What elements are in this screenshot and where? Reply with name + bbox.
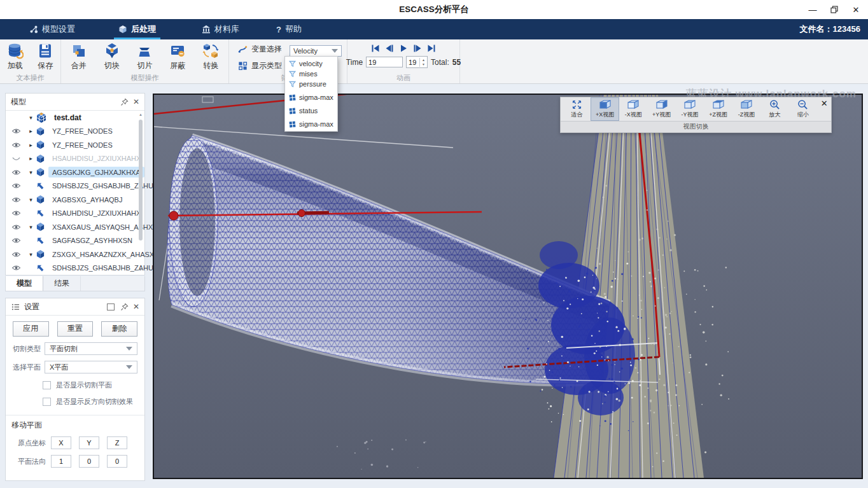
tree-item-label: YZ_FREE_NODES [48, 126, 116, 137]
tab-results[interactable]: 结果 [43, 276, 81, 291]
tree-scrollbar[interactable]: ▲ ▼ [138, 112, 143, 272]
tree-row[interactable]: ▸ YZ_FREE_NODES [6, 125, 144, 139]
expander-icon[interactable]: ▾ [27, 224, 35, 230]
fit-view-button[interactable]: 适合 [563, 97, 591, 121]
view-minus-z-button[interactable]: -Z视图 [732, 97, 760, 121]
pin-icon[interactable] [120, 97, 129, 107]
zoom-in-button[interactable]: 放大 [760, 97, 788, 121]
visibility-eye-icon[interactable] [11, 224, 22, 230]
visibility-eye-icon[interactable] [11, 251, 22, 258]
dropdown-option-status[interactable]: status [285, 106, 337, 116]
mask-button[interactable]: 屏蔽 [162, 43, 193, 71]
play-button[interactable] [399, 44, 409, 53]
tree-row[interactable]: ▸ HSAUHDISU_JZXIUXHAHX [6, 152, 144, 166]
show-cut-plane-checkbox[interactable] [43, 381, 51, 389]
frame-spinner[interactable]: 19 ▲▼ [406, 56, 428, 68]
menu-help[interactable]: ? 帮助 [267, 19, 311, 39]
scroll-up-icon[interactable]: ▲ [138, 112, 143, 117]
tree-root-row[interactable]: ▾ test.dat [6, 111, 144, 125]
pin-icon[interactable] [120, 302, 129, 312]
delete-button[interactable]: 删除 [101, 321, 137, 337]
time-input[interactable] [366, 57, 403, 67]
origin-z-input[interactable] [107, 436, 127, 449]
convert-button[interactable]: 转换 [195, 43, 226, 71]
panel-close-icon[interactable]: ✕ [133, 97, 139, 106]
view-plus-x-button[interactable]: +X视图 [591, 97, 619, 121]
expander-icon[interactable]: ▾ [27, 115, 35, 121]
normal-x-input[interactable] [51, 455, 71, 468]
variable-select-button[interactable]: 变量选择 [238, 44, 282, 55]
view-minus-x-button[interactable]: -X视图 [619, 97, 647, 121]
view-plus-z-button[interactable]: +Z视图 [704, 97, 732, 121]
apply-button[interactable]: 应用 [13, 321, 49, 337]
dropdown-option-perssure[interactable]: perssure [285, 79, 337, 89]
visibility-eye-icon[interactable] [11, 169, 22, 176]
restore-button[interactable] [826, 3, 843, 17]
expander-icon[interactable]: ▸ [27, 155, 35, 162]
origin-y-input[interactable] [79, 436, 99, 449]
slice-button[interactable]: 切片 [129, 43, 160, 71]
expander-icon[interactable]: ▾ [27, 251, 35, 258]
expander-icon[interactable]: ▸ [27, 128, 35, 134]
spinner-up-icon[interactable]: ▲ [420, 58, 427, 62]
visibility-eye-icon[interactable] [11, 142, 22, 148]
dropdown-option-velocity[interactable]: velocity [285, 59, 337, 69]
close-button[interactable]: ✕ [848, 3, 864, 17]
menu-material-library[interactable]: 材料库 [193, 19, 248, 39]
view-minus-y-button[interactable]: -Y视图 [676, 97, 704, 121]
visibility-eye-icon[interactable] [11, 237, 22, 244]
tree-row-selected[interactable]: ▾ AGSGKJKG_GJHXAJKHXA [6, 165, 144, 179]
normal-z-input[interactable] [107, 455, 127, 468]
select-plane-dropdown[interactable]: X平面 [45, 361, 137, 373]
last-frame-button[interactable] [427, 44, 437, 53]
display-type-button[interactable]: 显示类型 [238, 60, 282, 71]
option-label: mises [299, 70, 318, 78]
menu-model-settings[interactable]: 模型设置 [20, 19, 84, 39]
next-frame-button[interactable] [413, 44, 423, 53]
chop-button[interactable]: 切块 [97, 43, 127, 71]
reset-button[interactable]: 重置 [57, 321, 94, 337]
maximize-icon[interactable] [106, 302, 116, 312]
normal-y-input[interactable] [79, 455, 99, 468]
visibility-eye-icon[interactable] [11, 197, 22, 203]
load-button[interactable]: 加载 [0, 43, 31, 71]
cut-type-dropdown[interactable]: 平面切割 [45, 342, 137, 355]
previous-frame-button[interactable] [385, 44, 395, 53]
minimize-button[interactable]: — [804, 3, 821, 17]
tree-row[interactable]: SDHSBJZS_GHSABJHB_ZAHU [6, 261, 144, 275]
3d-viewport[interactable] [153, 94, 863, 479]
expander-icon[interactable]: ▾ [27, 169, 35, 176]
save-button[interactable]: 保存 [31, 43, 61, 71]
tree-row[interactable]: HSAUHDISU_JZXIUXHAHX [6, 207, 144, 221]
show-reverse-cut-checkbox[interactable] [43, 398, 51, 406]
view-plus-y-button[interactable]: +Y视图 [647, 97, 675, 121]
tree-row[interactable]: ▾ XAGBSXG_AYHAQBJ [6, 193, 144, 207]
scrollbar-thumb[interactable] [139, 120, 143, 241]
origin-x-input[interactable] [51, 436, 71, 449]
scroll-down-icon[interactable]: ▼ [138, 267, 143, 272]
tree-row[interactable]: ▸ YZ_FREE_NODES [6, 138, 144, 152]
expander-icon[interactable]: ▸ [27, 142, 35, 148]
visibility-eye-icon[interactable] [11, 128, 22, 134]
tree-row[interactable]: SDHSBJZS_GHSABJHB_ZAHU [6, 179, 144, 193]
dropdown-option-mises[interactable]: mises [285, 69, 337, 79]
visibility-eye-icon[interactable] [11, 210, 22, 216]
first-frame-button[interactable] [371, 44, 381, 53]
tree-row[interactable]: ▾ XSAXGAUS_AISYAQSH_ASHX [6, 220, 144, 234]
menu-post-processing[interactable]: 后处理 [109, 19, 165, 39]
spinner-down-icon[interactable]: ▼ [420, 62, 427, 67]
view-toolbar-close-icon[interactable]: ✕ [817, 97, 831, 121]
dropdown-option-sigma-max-2[interactable]: sigma-max [285, 119, 337, 129]
visibility-eye-icon[interactable] [11, 265, 22, 271]
zoom-out-button[interactable]: 缩小 [789, 97, 817, 121]
dropdown-option-sigma-max[interactable]: sigma-max [285, 92, 337, 102]
panel-close-icon[interactable]: ✕ [133, 302, 139, 311]
tab-model[interactable]: 模型 [6, 276, 43, 291]
variable-dropdown[interactable]: Velocity [290, 45, 342, 57]
merge-button[interactable]: 合并 [64, 43, 94, 71]
tree-row[interactable]: SAGFASGZ_ASYHHXSN [6, 234, 144, 248]
expander-icon[interactable]: ▾ [27, 197, 35, 203]
visibility-eye-icon[interactable] [11, 183, 22, 189]
tree-row[interactable]: ▾ ZSXGX_HSAKAZNZXK_AHASX [6, 247, 144, 261]
visibility-eye-off-icon[interactable] [11, 155, 22, 162]
